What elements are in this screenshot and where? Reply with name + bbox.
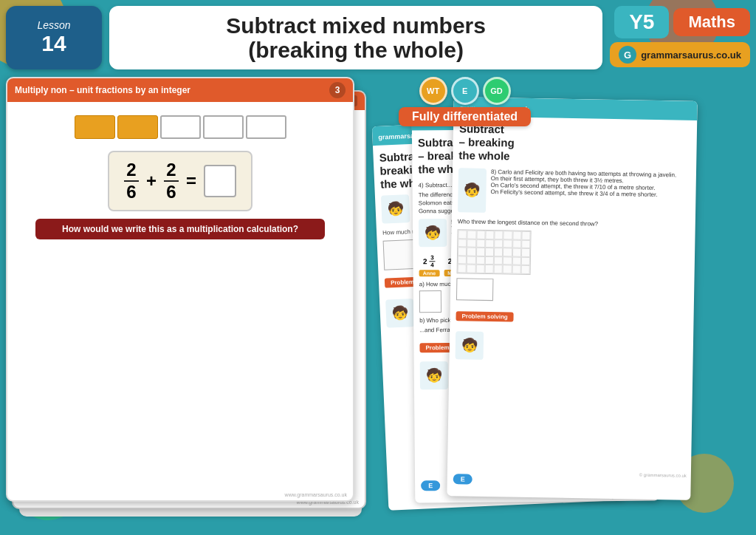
year-subject-row: Y5 Maths [614, 6, 750, 38]
ws2-f1-inline: 34 [429, 254, 435, 268]
ws2-answer1 [419, 290, 441, 313]
title-line2: (breaking the whole) [124, 38, 588, 62]
gc33 [458, 265, 467, 273]
gc38 [503, 265, 512, 274]
gc15 [512, 239, 521, 248]
answer-box-s1 [204, 165, 236, 197]
ws3-e-badge: E [453, 474, 472, 484]
ws3-badge: Problem solving [456, 311, 513, 321]
slide1-equation: 2 6 + 2 6 = [108, 151, 252, 211]
ws3-title: Subtract– breakingthe whole [458, 122, 691, 166]
differentiated-badge: WT E GD Fully differentiated [399, 77, 531, 126]
diff-label: Fully differentiated [399, 107, 531, 126]
year-badge: Y5 [614, 6, 669, 38]
gc20 [485, 248, 494, 256]
gc9 [458, 239, 467, 248]
left-panel: Multiply non – unit fractions by an inte… [6, 77, 368, 513]
gc1 [458, 230, 467, 239]
brand-logo: G [619, 46, 636, 64]
seg2 [117, 115, 158, 139]
diff-e: E [451, 77, 479, 105]
ws3-char2: 🧒 [456, 331, 484, 360]
gc10 [467, 239, 475, 248]
lesson-badge: Lesson 14 [6, 6, 102, 69]
gc21 [494, 248, 503, 256]
lesson-number: 14 [41, 31, 66, 56]
ws3-question: Who threw the longest distance on the se… [458, 218, 690, 228]
gc8 [521, 231, 530, 240]
gc27 [475, 256, 484, 265]
question-box: How would we write this as a multiplicat… [35, 219, 325, 239]
gc17 [458, 247, 467, 256]
gc24 [521, 248, 530, 257]
ws1-char2: 🧒 [385, 299, 415, 328]
lesson-label: Lesson [37, 19, 70, 31]
gc23 [512, 248, 520, 257]
frac-s1-2: 2 6 [164, 160, 179, 202]
gc30 [503, 256, 512, 265]
gc31 [512, 256, 520, 265]
ws2-char1: 🧒 [419, 219, 447, 247]
ws3-body: Subtract– breakingthe whole 🧒 8) Carlo a… [449, 116, 697, 369]
gc32 [521, 257, 530, 266]
seg1 [75, 115, 115, 139]
header: Lesson 14 Subtract mixed numbers (breaki… [6, 6, 750, 69]
content-area: Multiply non – unit fractions by an inte… [6, 77, 750, 513]
gc11 [476, 239, 485, 248]
ws3-problem1: 🧒 8) Carlo and Felicity are both having … [458, 168, 690, 216]
diff-gd: GD [483, 77, 511, 105]
slide1-brand: www.grammarsaurus.co.uk [285, 492, 347, 497]
gc18 [467, 248, 475, 256]
ws3-footer: © grammarsaurus.co.uk [639, 473, 687, 478]
ws3-answer-box [456, 278, 494, 301]
fbar-row1 [75, 115, 286, 139]
ws3-char1: 🧒 [458, 168, 487, 213]
ws2-char2: 🧒 [420, 361, 448, 389]
gc35 [475, 265, 484, 273]
gc7 [512, 231, 521, 240]
gc26 [467, 256, 475, 265]
gc22 [503, 248, 512, 257]
slide1-header: Multiply non – unit fractions by an inte… [7, 78, 353, 102]
gc40 [520, 265, 529, 274]
ws2-frac1: 234 Anne [419, 254, 439, 276]
ws2-frac1-val: 234 [423, 254, 436, 268]
gc4 [485, 231, 494, 239]
gc12 [485, 239, 494, 248]
slide1-number: 3 [329, 82, 346, 98]
title-line1: Subtract mixed numbers [124, 13, 588, 38]
ws3-lower-char: 🧒 [456, 331, 688, 363]
slide1-container: Multiply non – unit fractions by an inte… [6, 77, 354, 502]
question-text: How would we write this as a multiplicat… [62, 224, 298, 234]
gc13 [494, 239, 503, 248]
frac-s1-1: 2 6 [124, 160, 139, 202]
ws3-grid [457, 229, 532, 275]
seg4 [203, 115, 244, 139]
worksheet-3: grammarsaurus.co.uk Subtract– breakingth… [447, 97, 697, 500]
brand-badge: G grammarsaurus.co.uk [610, 42, 750, 67]
gc29 [494, 256, 503, 265]
seg5 [246, 115, 286, 139]
gc25 [458, 256, 467, 265]
gc14 [503, 239, 512, 248]
diff-circles-row: WT E GD [419, 77, 511, 105]
ws3-text1: 8) Carlo and Felicity are both having tw… [490, 168, 690, 199]
gc34 [467, 265, 475, 273]
gc28 [485, 256, 494, 265]
right-panel: WT E GD Fully differentiated grammarsaur… [377, 77, 750, 513]
slide1-body: 2 6 + 2 6 = [7, 102, 353, 248]
main-container: Lesson 14 Subtract mixed numbers (breaki… [6, 6, 750, 529]
ws1-char1: 🧒 [381, 194, 410, 224]
gc19 [475, 248, 484, 256]
ws2-e-badge: E [421, 480, 440, 491]
gc3 [476, 231, 485, 239]
gc36 [484, 265, 493, 273]
name-anne: Anne [419, 270, 440, 276]
gc6 [504, 231, 512, 239]
gc39 [512, 265, 520, 274]
diff-wt: WT [419, 77, 447, 105]
title-box: Subtract mixed numbers (breaking the who… [109, 6, 602, 69]
gc37 [494, 265, 503, 274]
gc2 [467, 231, 476, 239]
gc5 [494, 231, 503, 239]
